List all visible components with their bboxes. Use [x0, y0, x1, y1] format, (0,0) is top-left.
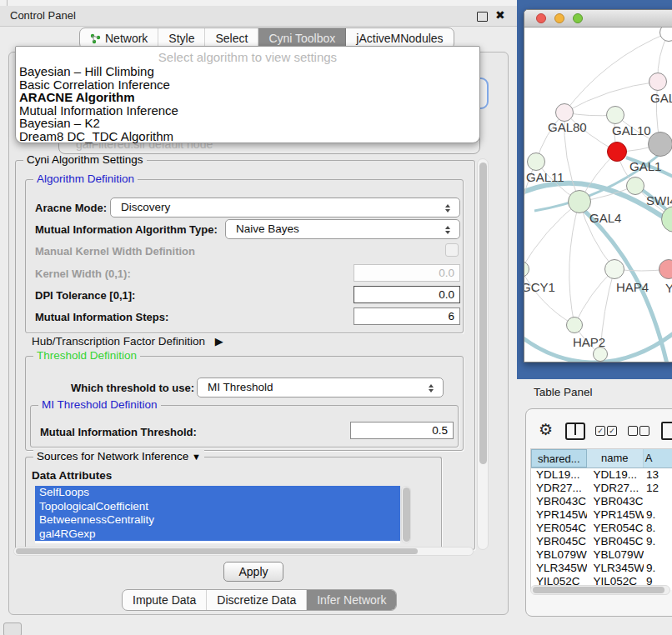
- mi-steps-field[interactable]: 6: [354, 308, 460, 325]
- algorithm-option[interactable]: Basic Correlation Inference: [16, 78, 479, 92]
- table-cell: 9.: [644, 508, 672, 522]
- algorithm-option[interactable]: Dream8 DC_TDC Algorithm: [16, 130, 479, 143]
- tab-infer-network[interactable]: Infer Network: [307, 590, 396, 610]
- data-attributes-label: Data Attributes: [32, 469, 112, 482]
- column-header-partial[interactable]: A: [644, 449, 672, 468]
- attributes-scrollbar[interactable]: [401, 486, 411, 543]
- attribute-list-item[interactable]: gal4RGexp: [35, 528, 400, 542]
- scrollbar-thumb[interactable]: [403, 488, 410, 542]
- algorithm-option[interactable]: Bayesian – K2: [16, 117, 479, 130]
- network-edge[interactable]: [569, 202, 579, 325]
- algorithm-option[interactable]: Bayesian – Hill Climbing: [16, 65, 479, 78]
- mi-steps-label: Mutual Information Steps:: [35, 311, 168, 323]
- checked-checkbox-icon[interactable]: ✓: [595, 426, 605, 436]
- network-window[interactable]: GALGAL80GAL10GAL1GAL11SWI4GAL4GCY1HAP4YH…: [524, 9, 672, 362]
- node-label: Y: [665, 281, 672, 295]
- mi-threshold-label: Mutual Information Threshold:: [40, 426, 197, 438]
- column-header-name[interactable]: name: [587, 449, 644, 468]
- manual-kernel-checkbox[interactable]: [445, 243, 459, 257]
- which-threshold-select[interactable]: MI Threshold: [197, 378, 444, 398]
- table-row[interactable]: YLR345WYLR345W9.: [531, 562, 672, 575]
- close-traffic-light-icon[interactable]: [536, 13, 546, 23]
- algorithm-option[interactable]: Mutual Information Inference: [16, 104, 479, 118]
- network-node-gal4[interactable]: [568, 190, 591, 213]
- network-node-gal-pink[interactable]: [649, 72, 667, 91]
- settings-horizontal-scrollbar[interactable]: [13, 547, 474, 556]
- scrollbar-thumb[interactable]: [16, 548, 418, 554]
- mi-type-label: Mutual Information Algorithm Type:: [35, 223, 218, 236]
- hub-definition-toggle[interactable]: Hub/Transcription Factor Definition ▶: [32, 335, 223, 348]
- column-header-shared[interactable]: shared...: [531, 449, 587, 468]
- table-row[interactable]: YBR043CYBR043C: [531, 495, 672, 508]
- bottom-tabs: Impute Data Discretize Data Infer Networ…: [122, 589, 397, 611]
- aracne-mode-select[interactable]: Discovery: [110, 198, 460, 218]
- mi-threshold-field[interactable]: 0.5: [350, 422, 454, 439]
- unchecked-checkbox-icon[interactable]: [639, 426, 649, 436]
- manual-kernel-label: Manual Kernel Width Definition: [35, 245, 195, 258]
- scrollbar-thumb[interactable]: [533, 587, 664, 593]
- tab-network-label: Network: [105, 32, 148, 45]
- expand-arrow-icon: ▶: [215, 335, 223, 348]
- settings-vertical-scrollbar[interactable]: [477, 158, 489, 550]
- close-icon[interactable]: ✖: [495, 8, 505, 22]
- table-horizontal-scrollbar[interactable]: [530, 585, 670, 595]
- table-cell: YDL19...: [531, 468, 587, 482]
- unchecked-checkbox-icon[interactable]: [628, 426, 638, 436]
- network-node-gal10[interactable]: [606, 106, 624, 124]
- network-node-gal11[interactable]: [527, 152, 545, 171]
- network-edge[interactable]: [524, 202, 579, 269]
- hub-definition-label: Hub/Transcription Factor Definition: [32, 335, 205, 348]
- table-row[interactable]: YBR045CYBR045C9.: [531, 535, 672, 548]
- tab-cyni-toolbox-label: Cyni Toolbox: [268, 32, 335, 45]
- node-table-body: YDL19...YDL19...13YDR27...YDR27...12YBR0…: [531, 468, 672, 590]
- network-edge[interactable]: [524, 269, 574, 325]
- network-canvas[interactable]: GALGAL80GAL10GAL1GAL11SWI4GAL4GCY1HAP4YH…: [524, 28, 672, 362]
- tab-impute-data[interactable]: Impute Data: [123, 590, 207, 610]
- tab-discretize-data[interactable]: Discretize Data: [207, 590, 307, 610]
- table-row[interactable]: YBL079WYBL079W: [531, 548, 672, 562]
- node-label: GAL1: [629, 159, 661, 173]
- network-node-hap4[interactable]: [604, 259, 624, 279]
- network-node-hap2[interactable]: [566, 317, 583, 333]
- tab-style-label: Style: [168, 32, 194, 45]
- attribute-list-item[interactable]: SelfLoops: [35, 486, 400, 500]
- collapsed-panel-button[interactable]: [3, 622, 22, 635]
- table-cell: YBR043C: [531, 495, 587, 508]
- split-columns-icon[interactable]: [565, 422, 585, 440]
- attribute-list-item[interactable]: TopologicalCoefficient: [35, 500, 400, 514]
- top-strip: [0, 0, 517, 6]
- threshold-definition-title: Threshold Definition: [33, 349, 140, 362]
- attribute-list-item[interactable]: BetweennessCentrality: [35, 513, 400, 528]
- network-node-swi4[interactable]: [626, 177, 644, 195]
- algorithm-option[interactable]: ARACNE Algorithm: [16, 91, 479, 104]
- mi-threshold-title: MI Threshold Definition: [38, 398, 161, 411]
- scrollbar-thumb[interactable]: [479, 162, 487, 464]
- mi-type-value: Naive Bayes: [236, 222, 299, 235]
- data-attributes-list[interactable]: SelfLoopsTopologicalCoefficientBetweenne…: [35, 486, 400, 543]
- network-window-titlebar[interactable]: [524, 10, 672, 28]
- network-icon: [90, 33, 101, 44]
- collapse-arrow-icon[interactable]: ▼: [192, 452, 201, 462]
- table-row[interactable]: YDL19...YDL19...13: [531, 468, 672, 482]
- table-row[interactable]: YPR145WYPR145W9.: [531, 508, 672, 522]
- kernel-width-field[interactable]: 0.0: [354, 264, 460, 282]
- gear-icon[interactable]: ⚙: [539, 420, 553, 439]
- table-row[interactable]: YER054CYER054C8.: [531, 522, 672, 535]
- kernel-width-label: Kernel Width (0,1):: [35, 268, 131, 280]
- zoom-traffic-light-icon[interactable]: [573, 13, 583, 23]
- apply-button[interactable]: Apply: [223, 562, 283, 582]
- page-icon[interactable]: [661, 422, 672, 440]
- dpi-tolerance-field[interactable]: 0.0: [354, 286, 460, 303]
- table-row[interactable]: YDR27...YDR27...12: [531, 482, 672, 495]
- dpi-tolerance-label: DPI Tolerance [0,1]:: [35, 289, 135, 302]
- checked-checkbox-icon[interactable]: ✓: [607, 426, 617, 436]
- spinner-icon: [429, 382, 435, 395]
- node-label: GCY1: [524, 280, 555, 294]
- network-node-gal80[interactable]: [555, 103, 574, 122]
- tab-jactivemnodules-label: jActiveMNodules: [356, 32, 443, 45]
- float-panel-icon[interactable]: [477, 12, 488, 22]
- network-node-gray[interactable]: [648, 132, 672, 157]
- mi-algorithm-type-select[interactable]: Naive Bayes: [225, 219, 460, 239]
- minimize-traffic-light-icon[interactable]: [554, 13, 564, 23]
- network-node-gal1-red[interactable]: [607, 142, 627, 162]
